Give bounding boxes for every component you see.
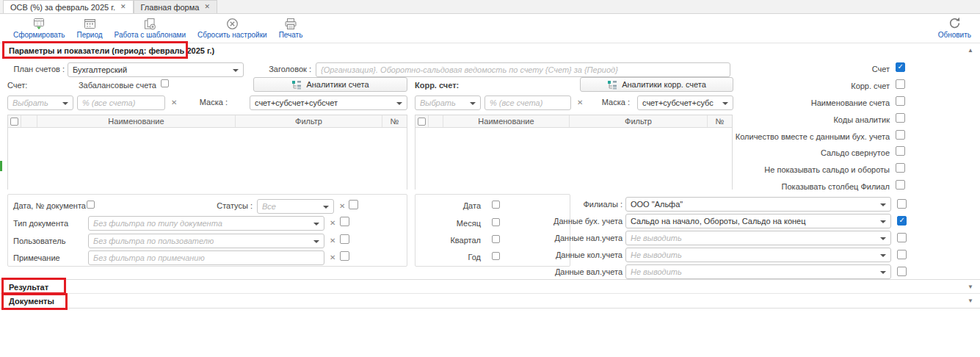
documents-title: Документы: [9, 297, 54, 306]
section-documents-header[interactable]: Документы ▼: [0, 294, 980, 309]
branches-select[interactable]: ООО "Альфа": [625, 197, 891, 212]
option-saldo-svernutoe-checkbox[interactable]: [896, 146, 905, 156]
table-header-row: Наименование Фильтр №: [415, 115, 732, 128]
reset-settings-button[interactable]: Сбросить настройки: [197, 18, 267, 39]
parameters-title: Параметры и показатели (период: февраль …: [9, 46, 214, 55]
option-kody-analitik-checkbox[interactable]: [896, 113, 905, 123]
option-ne-pokazyvat-checkbox[interactable]: [896, 163, 905, 173]
tax-data-select[interactable]: Не выводить: [625, 231, 891, 245]
tab-osv[interactable]: ОСВ (%) за февраль 2025 г. ✕: [3, 0, 134, 13]
table-header-row: Наименование Фильтр №: [8, 115, 407, 128]
option-naimenovanie-label: Наименование счета: [692, 98, 890, 107]
option-naimenovanie-checkbox[interactable]: [896, 96, 905, 106]
corr-mask-label: Маска :: [595, 98, 630, 107]
header-input[interactable]: [316, 62, 730, 77]
branches-checkbox[interactable]: [897, 199, 907, 209]
option-stolbec-filial-checkbox[interactable]: [896, 180, 905, 190]
offbalance-checkbox[interactable]: [161, 79, 169, 87]
chart-of-accounts-select[interactable]: Бухгалтерский: [68, 62, 244, 77]
currency-data-select[interactable]: Не выводить: [625, 264, 891, 279]
analytics-tree-icon: [291, 80, 302, 90]
user-select[interactable]: Без фильтра по пользователю: [88, 234, 324, 248]
table-body: [8, 128, 407, 190]
doc-type-select[interactable]: Без фильтра по типу документа: [88, 216, 324, 231]
period-date-label: Дата: [426, 201, 481, 210]
print-button[interactable]: Печать: [279, 18, 303, 39]
period-year-checkbox[interactable]: [492, 252, 500, 260]
account-clear-icon[interactable]: ✕: [171, 99, 177, 107]
account-mask-label: Маска :: [191, 98, 228, 107]
account-mask-select[interactable]: счет+субсчет+субсчет: [250, 95, 407, 110]
option-korr-schet-label: Корр. счет: [692, 82, 890, 90]
corr-select[interactable]: Выбрать: [415, 95, 481, 110]
refresh-icon: [948, 16, 962, 30]
templates-icon: [144, 18, 156, 30]
account-label: Счет:: [7, 81, 27, 90]
accounting-data-label: Данные бух. учета: [505, 217, 623, 226]
user-checkbox[interactable]: [340, 234, 349, 244]
option-kolichestvo-label: Количество вместе с данными бух. учета: [692, 132, 890, 141]
note-checkbox[interactable]: [340, 251, 349, 261]
refresh-button[interactable]: Обновить: [938, 16, 971, 39]
account-select[interactable]: Выбрать: [7, 95, 73, 110]
period-month-label: Месяц: [426, 219, 481, 228]
option-schet-checkbox[interactable]: [896, 62, 905, 72]
option-korr-schet-checkbox[interactable]: [896, 79, 905, 89]
quantity-data-checkbox[interactable]: [897, 250, 907, 259]
period-month-checkbox[interactable]: [492, 218, 500, 226]
statuses-checkbox[interactable]: [349, 200, 358, 209]
select-all-checkbox[interactable]: [418, 118, 426, 126]
period-quarter-label: Квартал: [426, 236, 481, 245]
col-name: Наименование: [443, 115, 570, 127]
collapse-down-icon[interactable]: ▼: [968, 284, 973, 290]
period-date-checkbox[interactable]: [492, 201, 500, 209]
left-edge-marker: [0, 161, 2, 171]
currency-data-checkbox[interactable]: [897, 267, 907, 276]
account-analytics-label: Аналитики счета: [306, 80, 369, 89]
note-input[interactable]: [88, 250, 324, 265]
section-result-header[interactable]: Результат ▼: [0, 279, 980, 294]
branches-label: Филиалы :: [505, 200, 623, 209]
date-doc-checkbox[interactable]: [87, 201, 95, 209]
account-filter-input[interactable]: [77, 95, 165, 110]
tab-close-icon[interactable]: ✕: [120, 4, 126, 10]
accounting-data-checkbox[interactable]: [897, 216, 907, 226]
quantity-data-label: Данные кол.учета: [505, 250, 623, 259]
generate-button[interactable]: Сформировать: [13, 18, 65, 39]
generate-label: Сформировать: [13, 31, 65, 39]
select-all-checkbox[interactable]: [10, 118, 18, 126]
period-quarter-checkbox[interactable]: [492, 235, 500, 243]
corr-clear-icon[interactable]: ✕: [577, 99, 583, 107]
note-clear-icon[interactable]: ✕: [330, 254, 335, 262]
doc-type-label: Тип документа: [13, 219, 68, 228]
app-window: ОСВ (%) за февраль 2025 г. ✕ Главная фор…: [0, 0, 980, 357]
collapse-up-icon[interactable]: ▲: [968, 47, 973, 54]
doc-type-clear-icon[interactable]: ✕: [330, 220, 335, 227]
collapse-down-icon[interactable]: ▼: [968, 298, 973, 304]
reset-label: Сбросить настройки: [197, 31, 267, 39]
header-label: Заголовок :: [258, 65, 311, 73]
option-kolichestvo-checkbox[interactable]: [896, 130, 905, 140]
period-button[interactable]: Период: [77, 18, 103, 39]
account-analytics-button[interactable]: Аналитики счета: [253, 77, 407, 92]
result-title: Результат: [9, 283, 48, 292]
period-label: Период: [77, 31, 103, 39]
chart-of-accounts-label: План счетов :: [6, 65, 65, 73]
tax-data-checkbox[interactable]: [897, 233, 907, 242]
templates-button[interactable]: Работа с шаблонами: [115, 18, 186, 39]
corr-analytics-table: Наименование Фильтр №: [415, 115, 733, 190]
toolbar: Сформировать Период Работа с шаблонами С…: [0, 14, 980, 43]
accounting-data-select[interactable]: Сальдо на начало, Обороты, Сальдо на кон…: [625, 214, 891, 228]
user-clear-icon[interactable]: ✕: [330, 237, 335, 245]
templates-label: Работа с шаблонами: [115, 31, 186, 39]
tab-main-form[interactable]: Главная форма ✕: [134, 0, 217, 13]
doc-type-checkbox[interactable]: [340, 217, 349, 226]
tab-close-icon[interactable]: ✕: [204, 4, 210, 10]
quantity-data-select[interactable]: Не выводить: [625, 248, 891, 262]
corr-filter-input[interactable]: [484, 95, 571, 110]
section-parameters-header[interactable]: Параметры и показатели (период: февраль …: [0, 43, 980, 57]
statuses-select[interactable]: Все: [257, 199, 334, 214]
tab-osv-label: ОСВ (%) за февраль 2025 г.: [10, 3, 115, 12]
statuses-clear-icon[interactable]: ✕: [339, 203, 345, 210]
reset-icon: [226, 18, 239, 30]
